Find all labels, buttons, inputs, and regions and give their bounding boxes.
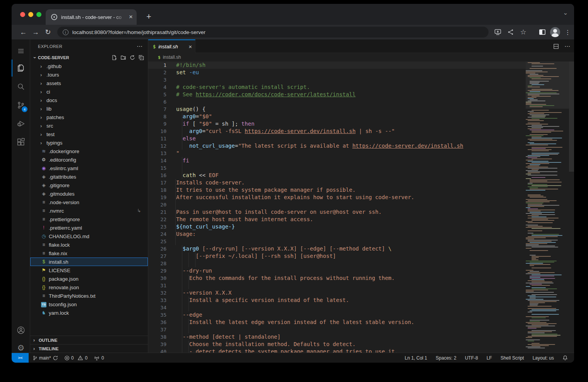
tab-search-chevron-icon[interactable]: › xyxy=(563,13,569,15)
file-row-nvmrc[interactable]: ≡.nvmrc↳ xyxy=(30,206,148,215)
code-line-14[interactable]: 14 fi xyxy=(148,157,526,164)
folder-row-github[interactable]: ›.github xyxy=(30,62,148,70)
file-row-yarn.lock[interactable]: ♞yarn.lock xyxy=(30,309,148,317)
file-row-license[interactable]: ⚑LICENSE xyxy=(30,266,148,275)
reload-button[interactable]: ↻ xyxy=(42,28,54,36)
code-line-16[interactable]: 16 cath << EOF xyxy=(148,172,526,179)
code-line-38[interactable]: 38 --method [detect | standalone] xyxy=(148,333,526,341)
tab-close-icon[interactable]: × xyxy=(129,14,133,20)
side-panel-icon[interactable] xyxy=(536,29,549,35)
menu-hamburger-icon[interactable] xyxy=(12,43,30,60)
code-line-21[interactable]: 21Pass in user@host to install code-serv… xyxy=(148,208,526,216)
branch-status-item[interactable]: main* xyxy=(33,355,58,361)
code-area[interactable]: 1#!/bin/sh2set -eu34# code-server's auto… xyxy=(148,61,574,353)
forward-button[interactable]: → xyxy=(29,28,42,36)
code-line-32[interactable]: 32 --version X.X.X xyxy=(148,289,526,297)
code-line-2[interactable]: 2set -eu xyxy=(148,69,526,76)
code-line-40[interactable]: 40 - detect detects the system package m… xyxy=(148,348,526,353)
code-line-9[interactable]: 9 if [ "$0" = sh ]; then xyxy=(148,120,526,128)
code-line-22[interactable]: 22The remote host must have internet acc… xyxy=(148,216,526,223)
code-line-15[interactable]: 15 xyxy=(148,164,526,172)
extensions-activity-icon[interactable] xyxy=(12,134,30,151)
install-app-icon[interactable] xyxy=(492,29,504,35)
refresh-icon[interactable] xyxy=(130,55,135,60)
new-folder-icon[interactable] xyxy=(120,55,126,60)
outline-panel-header[interactable]: › OUTLINE xyxy=(30,336,148,344)
run-debug-activity-icon[interactable] xyxy=(12,115,30,132)
code-line-24[interactable]: 24Usage: xyxy=(148,230,526,238)
explorer-activity-icon[interactable] xyxy=(12,60,30,77)
code-line-35[interactable]: 35 --edge xyxy=(148,311,526,319)
file-row-gitignore[interactable]: ◈.gitignore xyxy=(30,181,148,189)
code-line-27[interactable]: 27 [--prefix ~/.local] [--rsh ssh] [user… xyxy=(148,252,526,260)
code-line-1[interactable]: 1#!/bin/sh xyxy=(148,61,526,69)
code-line-39[interactable]: 39 Choose the installation method. Defau… xyxy=(148,341,526,348)
file-row-flake.lock[interactable]: ≡flake.lock xyxy=(30,240,148,249)
file-row-gitattributes[interactable]: ◈.gitattributes xyxy=(30,172,148,181)
minimap[interactable] xyxy=(526,61,569,353)
code-lines[interactable]: 1#!/bin/sh2set -eu34# code-server's auto… xyxy=(148,61,574,353)
code-line-31[interactable]: 31 xyxy=(148,282,526,289)
code-line-5[interactable]: 5# See https://coder.com/docs/code-serve… xyxy=(148,91,526,98)
code-line-8[interactable]: 8 arg0="$0" xyxy=(148,113,526,120)
file-row-install.sh[interactable]: $install.sh xyxy=(30,258,148,266)
code-line-10[interactable]: 10 arg0="curl -fsSL https://code-server.… xyxy=(148,128,526,135)
code-line-23[interactable]: 23${not_curl_usage-} xyxy=(148,223,526,230)
keyboard-layout[interactable]: Layout: us xyxy=(533,355,554,361)
editor-scrollbar[interactable] xyxy=(569,61,574,172)
folder-row-src[interactable]: ›src xyxy=(30,121,148,130)
notifications-bell-icon[interactable] xyxy=(562,355,568,361)
cursor-position[interactable]: Ln 1, Col 1 xyxy=(405,355,427,361)
code-line-20[interactable]: 20 xyxy=(148,201,526,208)
site-info-icon[interactable]: i xyxy=(63,29,69,35)
code-line-7[interactable]: 7usage() { xyxy=(148,106,526,113)
file-row-renovate.json[interactable]: {}renovate.json xyxy=(30,283,148,292)
code-line-30[interactable]: 30 Echo the commands for the install pro… xyxy=(148,275,526,282)
account-icon[interactable] xyxy=(12,322,30,339)
profile-avatar[interactable] xyxy=(549,27,561,37)
file-row-eslintrc.yaml[interactable]: ◉.eslintrc.yaml xyxy=(30,164,148,172)
file-row-prettierrc.yaml[interactable]: !.prettierrc.yaml xyxy=(30,223,148,232)
code-line-17[interactable]: 17Installs code-server. xyxy=(148,179,526,186)
folder-row-patches[interactable]: ›patches xyxy=(30,113,148,121)
timeline-panel-header[interactable]: › TIMELINE xyxy=(30,344,148,353)
search-activity-icon[interactable] xyxy=(12,78,30,95)
file-row-prettierignore[interactable]: ≡.prettierignore xyxy=(30,215,148,223)
code-line-25[interactable]: 25 xyxy=(148,238,526,245)
code-line-3[interactable]: 3 xyxy=(148,76,526,84)
folder-row-docs[interactable]: ›docs xyxy=(30,96,148,104)
code-line-33[interactable]: 33 Install a specific version instead of… xyxy=(148,297,526,304)
indentation[interactable]: Spaces: 2 xyxy=(436,355,456,361)
source-control-activity-icon[interactable]: 4 xyxy=(12,97,30,114)
eol[interactable]: LF xyxy=(487,355,492,361)
file-row-gitmodules[interactable]: ◈.gitmodules xyxy=(30,189,148,198)
code-line-12[interactable]: 12 not_curl_usage="The latest script is … xyxy=(148,142,526,150)
code-line-4[interactable]: 4# code-server's automatic install scrip… xyxy=(148,84,526,91)
remote-indicator[interactable]: >< xyxy=(12,353,29,363)
close-window-button[interactable] xyxy=(20,12,25,17)
code-line-18[interactable]: 18It tries to use the system package man… xyxy=(148,186,526,194)
browser-menu-kebab-icon[interactable]: ⋮ xyxy=(561,29,574,36)
code-line-13[interactable]: 13" xyxy=(148,150,526,157)
editor-tab-install-sh[interactable]: $ install.sh × xyxy=(148,39,195,53)
file-row-changelog.md[interactable]: ◷CHANGELOG.md xyxy=(30,232,148,240)
new-file-icon[interactable] xyxy=(111,55,117,60)
encoding[interactable]: UTF-8 xyxy=(465,355,478,361)
file-row-editorconfig[interactable]: ⚙.editorconfig xyxy=(30,155,148,164)
folder-row-ci[interactable]: ›ci xyxy=(30,87,148,96)
share-icon[interactable] xyxy=(504,29,517,35)
folder-row-typings[interactable]: ›typings xyxy=(30,138,148,147)
code-line-37[interactable]: 37 xyxy=(148,326,526,333)
explorer-more-icon[interactable]: ⋯ xyxy=(137,43,142,50)
code-line-36[interactable]: 36 Install the latest edge version inste… xyxy=(148,319,526,326)
code-line-28[interactable]: 28 xyxy=(148,260,526,267)
folder-row-tours[interactable]: ›.tours xyxy=(30,70,148,79)
code-line-26[interactable]: 26 $arg0 [--dry-run] [--version X.X.X] [… xyxy=(148,245,526,252)
folder-row-lib[interactable]: ›lib xyxy=(30,104,148,113)
breadcrumb[interactable]: $ install.sh xyxy=(148,53,574,61)
code-line-11[interactable]: 11 else xyxy=(148,135,526,142)
file-row-flake.nix[interactable]: ≡flake.nix xyxy=(30,249,148,258)
maximize-window-button[interactable] xyxy=(36,12,41,17)
browser-tab[interactable]: install.sh - code-server - co × xyxy=(46,9,137,25)
workspace-section-header[interactable]: › CODE-SERVER xyxy=(30,53,148,62)
